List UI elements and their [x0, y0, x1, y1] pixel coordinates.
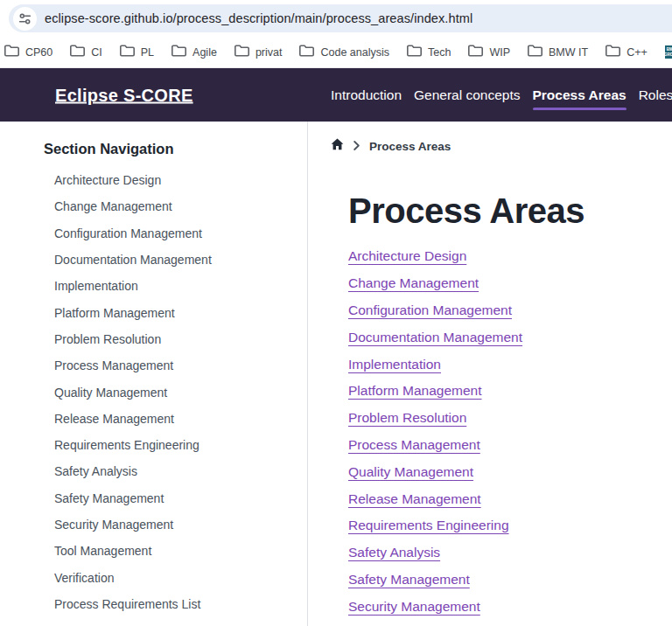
bookmark-label: CI [91, 46, 102, 59]
bookmark-folder[interactable]: Agile [172, 45, 217, 59]
process-area-link[interactable]: Safety Management [348, 572, 470, 588]
top-nav-link[interactable]: General concepts [414, 87, 521, 103]
process-area-link[interactable]: Quality Management [348, 464, 473, 480]
bookmark-label: C++ [626, 46, 648, 59]
bookmark-folder[interactable]: PL [120, 45, 154, 59]
process-area-item: Configuration Management [348, 297, 672, 324]
bookmark-folder[interactable]: WIP [468, 45, 510, 59]
section-nav-item: Safety Management [54, 485, 307, 511]
section-nav-item: Security Management [54, 511, 307, 538]
section-nav-link[interactable]: Release Management [54, 412, 174, 426]
process-area-link[interactable]: Change Management [348, 275, 479, 291]
section-nav-link[interactable]: Platform Management [54, 306, 175, 320]
main-content: Process Areas Process Areas Architecture… [308, 122, 672, 626]
top-nav-link[interactable]: Introduction [331, 87, 402, 103]
content-area: Section Navigation Architecture Design C… [0, 122, 672, 626]
bookmark-page[interactable]: BMW GROUP B [665, 45, 672, 59]
bookmark-label: PL [141, 46, 154, 59]
section-nav-link[interactable]: Security Management [54, 518, 173, 532]
process-area-item: Implementation [348, 351, 672, 378]
section-nav-list: Architecture Design Change Management Co… [0, 167, 307, 617]
bookmark-label: Code analysis [320, 46, 389, 59]
section-nav-item: Architecture Design [54, 167, 307, 193]
home-icon[interactable] [331, 138, 344, 154]
article: Process Areas Architecture Design Change… [331, 193, 672, 620]
process-area-item: Safety Management [348, 567, 672, 594]
section-nav-link[interactable]: Change Management [54, 199, 172, 213]
section-nav-link[interactable]: Problem Resolution [54, 332, 161, 346]
process-area-link[interactable]: Security Management [348, 599, 480, 615]
process-area-item: Documentation Management [348, 323, 672, 351]
section-nav-item: Release Management [54, 406, 307, 432]
section-nav-link[interactable]: Implementation [54, 279, 138, 293]
section-nav-item: Change Management [54, 193, 307, 219]
process-area-link[interactable]: Documentation Management [348, 330, 522, 345]
top-navigation: Introduction General concepts Process Ar… [331, 68, 672, 122]
process-area-item: Security Management [348, 593, 672, 620]
section-nav-link[interactable]: Tool Management [54, 544, 151, 558]
breadcrumb: Process Areas [331, 139, 672, 153]
folder-icon [70, 45, 85, 59]
section-nav-link[interactable]: Process Requirements List [54, 597, 200, 611]
section-nav-item: Problem Resolution [54, 326, 307, 352]
section-nav-item: Platform Management [54, 299, 307, 325]
process-area-link[interactable]: Problem Resolution [348, 410, 466, 426]
site-logo[interactable]: Eclipse S-CORE [55, 85, 193, 105]
process-area-link[interactable]: Architecture Design [348, 248, 466, 264]
bookmark-label: privat [256, 46, 283, 59]
bookmark-folder[interactable]: Tech [407, 45, 451, 59]
folder-icon [528, 45, 542, 59]
bookmark-label: BMW IT [549, 46, 588, 59]
process-area-item: Problem Resolution [348, 405, 672, 432]
section-nav-link[interactable]: Requirements Engineering [54, 438, 200, 452]
section-nav-item: Quality Management [54, 379, 307, 405]
process-area-link[interactable]: Process Management [348, 437, 480, 453]
bookmark-folder[interactable]: privat [234, 45, 283, 59]
bmw-group-favicon: BMW GROUP [665, 45, 672, 59]
process-area-item: Requirements Engineering [348, 512, 672, 539]
favicon-text-line2: GROUP [665, 52, 672, 57]
section-nav-link[interactable]: Documentation Management [54, 253, 212, 267]
section-navigation-sidebar: Section Navigation Architecture Design C… [0, 122, 308, 626]
section-nav-link[interactable]: Safety Management [54, 491, 164, 505]
section-nav-link[interactable]: Quality Management [54, 386, 167, 400]
address-bar[interactable]: eclipse-score.github.io/process_descript… [9, 4, 672, 32]
bookmark-folder[interactable]: C++ [606, 45, 648, 59]
folder-icon [299, 45, 314, 59]
folder-icon [234, 45, 249, 59]
page-title: Process Areas [348, 193, 672, 228]
section-nav-item: Tool Management [54, 538, 307, 564]
section-nav-item: Process Management [54, 352, 307, 379]
bookmark-label: CP60 [25, 46, 52, 59]
bookmark-folder[interactable]: CI [70, 45, 102, 59]
site-settings-icon[interactable] [13, 7, 37, 31]
process-area-link[interactable]: Release Management [348, 491, 481, 507]
folder-icon [4, 45, 19, 59]
process-area-item: Platform Management [348, 378, 672, 405]
section-nav-item: Documentation Management [54, 247, 307, 273]
bookmark-folder[interactable]: Code analysis [299, 45, 389, 59]
process-area-link[interactable]: Safety Analysis [348, 545, 440, 560]
section-nav-link[interactable]: Verification [54, 571, 114, 585]
process-area-link[interactable]: Requirements Engineering [348, 518, 509, 533]
sidebar-title: Section Navigation [44, 141, 307, 157]
section-nav-link[interactable]: Process Management [54, 358, 173, 372]
bookmark-folder[interactable]: BMW IT [528, 45, 588, 59]
section-nav-link[interactable]: Safety Analysis [54, 464, 137, 478]
browser-window: { "browser": { "url": "eclipse-score.git… [0, 0, 672, 626]
browser-toolbar: eclipse-score.github.io/process_descript… [0, 0, 672, 37]
url-text[interactable]: eclipse-score.github.io/process_descript… [45, 11, 472, 25]
section-nav-item: Verification [54, 564, 307, 590]
folder-icon [468, 45, 483, 59]
process-area-item: Quality Management [348, 458, 672, 485]
process-area-link[interactable]: Platform Management [348, 383, 482, 399]
top-nav-link[interactable]: Process Areas [533, 87, 626, 103]
section-nav-link[interactable]: Architecture Design [54, 173, 161, 187]
process-area-item: Architecture Design [348, 243, 672, 270]
section-nav-link[interactable]: Configuration Management [54, 226, 202, 240]
top-nav-link[interactable]: Roles [639, 87, 672, 103]
process-area-link[interactable]: Implementation [348, 357, 441, 372]
breadcrumb-current: Process Areas [369, 140, 451, 153]
bookmark-folder[interactable]: CP60 [4, 45, 52, 59]
process-area-link[interactable]: Configuration Management [348, 303, 512, 318]
